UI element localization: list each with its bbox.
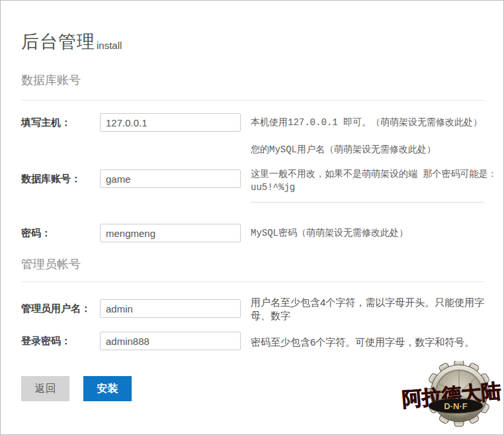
section-heading-database: 数据库账号 bbox=[21, 72, 81, 88]
host-label: 填写主机： bbox=[21, 113, 71, 132]
section-heading-admin: 管理员帐号 bbox=[21, 256, 81, 272]
logo-subtitle-text: D·N·F bbox=[444, 401, 467, 411]
host-hint: 本机使用127.0.0.1 即可。（萌萌架设无需修改此处） bbox=[251, 116, 499, 129]
section-divider bbox=[21, 100, 484, 101]
admin-user-hint: 用户名至少包含4个字符，需以字母开头。只能使用字母、数字 bbox=[251, 296, 490, 322]
section-divider bbox=[21, 281, 484, 282]
hint-divider bbox=[251, 202, 484, 203]
dnf-logo: 阿拉德大陆 D·N·F bbox=[400, 361, 503, 427]
db-account-label: 数据库账号： bbox=[21, 169, 81, 188]
db-account-input[interactable] bbox=[100, 169, 241, 188]
login-password-input[interactable] bbox=[100, 332, 241, 350]
login-password-hint: 密码至少包含6个字符。可使用字母，数字和符号。 bbox=[251, 336, 490, 349]
db-account-hint: 这里一般不用改，如果不是萌萌架设的端 那个密码可能是：uu5!^%jg bbox=[251, 168, 499, 194]
back-button[interactable]: 返回 bbox=[21, 376, 69, 401]
install-button[interactable]: 安装 bbox=[83, 376, 132, 401]
page-title: 后台管理install bbox=[21, 30, 122, 54]
db-password-input[interactable] bbox=[100, 224, 241, 242]
admin-user-input[interactable] bbox=[100, 299, 241, 318]
login-password-label: 登录密码： bbox=[21, 332, 71, 350]
admin-user-label: 管理员用户名： bbox=[21, 299, 91, 318]
install-page: 后台管理install 数据库账号 填写主机： 本机使用127.0.0.1 即可… bbox=[0, 0, 504, 435]
db-user-note: 您的MySQL用户名（萌萌架设无需修改此处） bbox=[251, 143, 499, 156]
db-password-hint: MySQL密码（萌萌架设无需修改此处） bbox=[251, 226, 499, 240]
db-password-label: 密码： bbox=[21, 224, 51, 242]
page-title-main: 后台管理 bbox=[21, 32, 95, 52]
host-input[interactable] bbox=[100, 113, 241, 132]
page-title-suffix: install bbox=[97, 40, 122, 51]
